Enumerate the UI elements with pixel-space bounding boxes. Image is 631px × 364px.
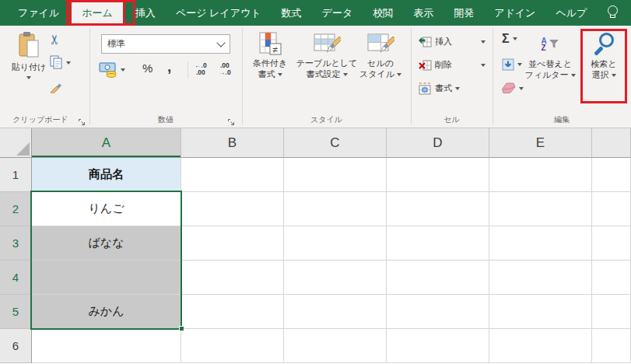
cell-c2[interactable] [284,192,387,226]
cell-f3[interactable] [592,226,631,261]
tab-page-layout[interactable]: ページ レイアウト [166,0,272,26]
cell-c3[interactable] [284,226,387,261]
cell-d4[interactable] [387,261,489,295]
cell-a1[interactable]: 商品名 [32,158,181,192]
column-header-f[interactable] [592,128,631,158]
cell-c1[interactable] [284,158,387,192]
cell-f1[interactable] [592,158,631,192]
styles-group-label: スタイル [242,114,411,125]
insert-cells-button[interactable]: 挿入 [419,35,486,48]
cell-d2[interactable] [387,192,489,226]
cell-c5[interactable] [284,295,387,329]
row-header-3[interactable]: 3 [0,226,32,261]
column-header-b[interactable]: B [181,128,284,158]
sigma-icon: Σ [502,33,510,45]
cell-a2-active[interactable]: りんご [32,192,181,226]
cell-a6[interactable] [32,329,181,363]
dropdown-arrow-icon [571,74,576,77]
fill-button[interactable] [502,58,522,71]
row-header-6[interactable]: 6 [0,329,32,363]
percent-style-button[interactable]: % [142,61,152,75]
cell-b1[interactable] [181,158,284,192]
format-painter-button[interactable] [50,80,63,93]
cell-a5[interactable]: みかん [32,295,181,329]
clipboard-dialog-launcher[interactable] [78,116,86,124]
copy-icon [50,55,63,70]
tab-addins[interactable]: アドイン [484,0,545,26]
column-header-a[interactable]: A [32,128,181,158]
row-header-4[interactable]: 4 [0,261,32,295]
cell-e3[interactable] [489,226,592,261]
copy-button[interactable] [50,55,71,70]
cell-styles-button[interactable]: セルの スタイル [355,32,406,79]
cell-d1[interactable] [387,158,489,192]
row-header-1[interactable]: 1 [0,158,32,192]
cell-f5[interactable] [592,295,631,329]
tab-review[interactable]: 校閲 [363,0,403,26]
clear-button[interactable] [502,82,524,94]
sort-filter-label-2: フィルター [524,70,568,79]
cell-e4[interactable] [489,261,592,295]
group-separator [493,28,493,124]
paste-button[interactable]: 貼り付け [6,31,51,109]
cell-f2[interactable] [592,192,631,226]
cell-d6[interactable] [387,329,489,363]
format-as-table-label-2: 書式設定 [306,69,340,79]
select-all-corner[interactable] [0,128,32,158]
decrease-decimal-button[interactable]: .00 →.0 [219,62,231,76]
cell-e5[interactable] [489,295,592,329]
tab-help[interactable]: ヘルプ [545,0,597,26]
sort-filter-button[interactable]: AZ 並べ替えと フィルター [523,32,577,80]
tab-developer[interactable]: 開発 [443,0,484,26]
cell-a4[interactable] [32,261,181,295]
cell-e2[interactable] [489,192,592,226]
autosum-button[interactable]: Σ [502,33,517,45]
cell-c4[interactable] [284,261,387,295]
delete-cells-button[interactable]: 削除 [419,58,486,72]
tab-formulas[interactable]: 数式 [272,0,312,26]
cell-b4[interactable] [181,261,284,295]
accounting-format-button[interactable] [99,61,125,78]
row-header-5[interactable]: 5 [0,295,32,329]
cells-group-label: セル [411,114,493,125]
cell-f6[interactable] [592,329,631,363]
dropdown-arrow-icon [26,76,31,79]
number-dialog-launcher[interactable] [227,116,236,124]
column-header-e[interactable]: E [489,128,592,158]
cell-a3[interactable]: ばなな [32,226,181,261]
format-cells-icon [419,82,432,95]
cell-b3[interactable] [181,226,284,261]
cell-b2[interactable] [181,192,284,226]
tab-view[interactable]: 表示 [403,0,443,26]
cell-d5[interactable] [387,295,489,329]
cell-d3[interactable] [387,226,489,261]
tab-data[interactable]: データ [312,0,363,26]
row-header-2[interactable]: 2 [0,192,32,226]
tab-insert[interactable]: 挿入 [125,0,166,26]
insert-label: 挿入 [435,37,452,47]
dropdown-arrow-icon [513,37,517,40]
column-header-c[interactable]: C [284,128,387,158]
tab-home[interactable]: ホーム [69,0,125,26]
dropdown-arrow-icon [455,87,460,90]
eraser-icon [502,82,516,94]
comma-style-button[interactable]: , [167,58,171,75]
format-as-table-button[interactable]: テーブルとして 書式設定 [294,32,359,79]
column-header-d[interactable]: D [387,128,489,158]
number-format-select[interactable]: 標準 [101,34,230,54]
cell-f4[interactable] [592,261,631,295]
format-cells-button[interactable]: 書式 [419,82,460,95]
find-select-button[interactable]: 検索と 選択 [582,32,626,80]
conditional-formatting-button[interactable]: ≠ 条件付き 書式 [244,32,296,79]
cut-button[interactable]: ✂ [50,33,61,46]
cell-b5[interactable] [181,295,284,329]
find-select-label-2: 選択 [591,70,608,79]
lightbulb-icon[interactable] [605,5,620,21]
cell-e1[interactable] [489,158,592,192]
cell-b6[interactable] [181,329,284,363]
tab-file[interactable]: ファイル [8,0,69,26]
cell-e6[interactable] [489,329,592,363]
cell-c6[interactable] [284,329,387,363]
insert-cells-icon [419,35,432,48]
increase-decimal-button[interactable]: ←.0 .00 [195,62,207,76]
